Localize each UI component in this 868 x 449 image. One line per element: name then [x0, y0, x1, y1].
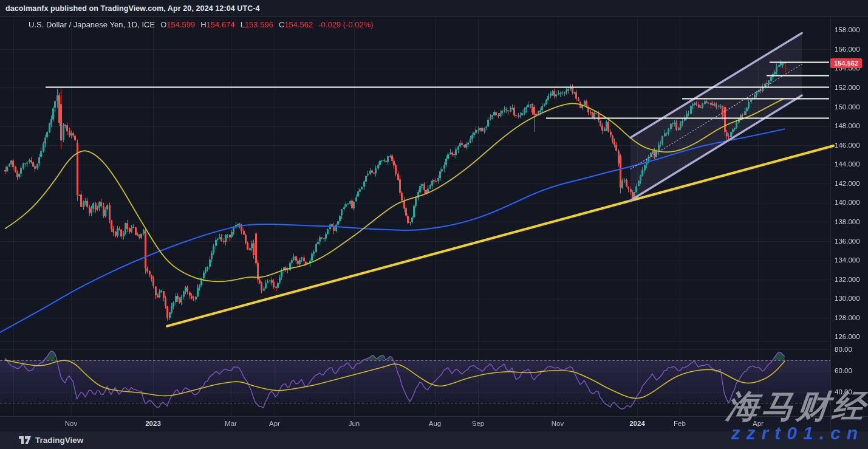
attribution-text: dacolmanfx published on TradingView.com,… [5, 4, 260, 13]
price-tick-label: 128.000 [835, 314, 860, 321]
rsi-tick-label: 80.00 [835, 346, 852, 353]
price-tick-label: 144.000 [835, 160, 860, 168]
watermark-url: zzrt01.cn [731, 423, 864, 444]
price-tick-label: 152.000 [835, 84, 860, 91]
price-tick-label: 140.000 [835, 199, 860, 206]
tradingview-snapshot: dacolmanfx published on TradingView.com,… [0, 0, 868, 449]
rsi-tick-label: 60.00 [835, 367, 852, 374]
price-tick-label: 146.000 [835, 142, 860, 149]
last-price-badge: 154.562 [830, 58, 862, 68]
ohlc-high: H154.674 [200, 20, 234, 29]
time-tick-label: Jun [349, 420, 360, 427]
price-tick-label: 134.000 [835, 256, 860, 264]
price-tick-label: 150.000 [835, 103, 860, 111]
ohlc-low: L153.596 [241, 20, 273, 29]
candlestick-chart-canvas[interactable] [0, 0, 868, 449]
price-tick-label: 132.000 [835, 276, 860, 283]
time-tick-label: Mar [225, 420, 237, 427]
time-tick-label: Aug [429, 420, 441, 427]
time-tick-label: Nov [552, 420, 564, 427]
price-tick-label: 148.000 [835, 122, 860, 129]
time-tick-label: Nov [65, 420, 77, 427]
time-tick-label: Apr [269, 420, 280, 427]
price-tick-label: 156.000 [835, 46, 860, 53]
time-tick-label: Feb [674, 420, 686, 427]
price-tick-label: 142.000 [835, 180, 860, 187]
tradingview-logo-text[interactable]: TradingView [35, 436, 83, 445]
change-value: -0.029 (-0.02%) [318, 20, 373, 29]
tradingview-logo-icon[interactable] [19, 436, 31, 444]
price-tick-label: 158.000 [835, 26, 860, 33]
time-tick-label: 2024 [629, 420, 645, 427]
ohlc-open: O154.599 [160, 20, 195, 29]
price-tick-label: 138.000 [835, 218, 860, 225]
attribution-bar: dacolmanfx published on TradingView.com,… [0, 0, 868, 17]
time-tick-label: Sep [472, 420, 484, 427]
price-tick-label: 130.000 [835, 295, 860, 302]
ohlc-close: C154.562 [279, 20, 313, 29]
price-tick-label: 126.000 [835, 333, 860, 340]
time-tick-label: 2023 [145, 420, 161, 427]
symbol-legend[interactable]: U.S. Dollar / Japanese Yen, 1D, ICE O154… [29, 20, 374, 29]
symbol-title: U.S. Dollar / Japanese Yen, 1D, ICE [29, 20, 155, 29]
price-tick-label: 136.000 [835, 238, 860, 245]
